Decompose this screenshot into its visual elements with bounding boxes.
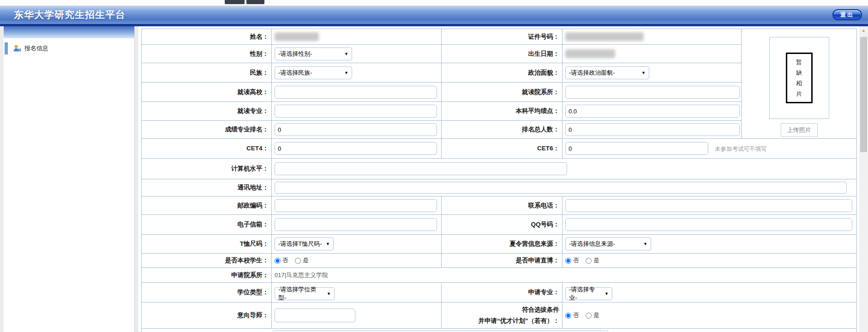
rank-total-input[interactable] xyxy=(565,123,740,136)
apply-major-label: 申请专业： xyxy=(442,283,563,302)
sidebar: 报名信息 xyxy=(0,26,138,332)
application-window: 东华大学研究生招生平台 退出 报名信息 xyxy=(0,0,868,332)
registration-form-table: 姓名： 证件号码： 暂 缺 相 片 上传照片 xyxy=(141,29,857,332)
direct-phd-no-radio[interactable] xyxy=(565,258,571,264)
direct-phd-label: 是否申请直博： xyxy=(442,254,563,268)
phone-label: 联系电话： xyxy=(442,196,563,215)
major-rank-label: 成绩专业排名： xyxy=(142,121,272,139)
radio-yes-label: 是 xyxy=(593,311,599,320)
direct-phd-yes-radio[interactable] xyxy=(586,258,592,264)
ethnicity-select-value: -请选择民族- xyxy=(278,69,312,77)
photo-placeholder-char: 片 xyxy=(796,89,802,99)
current-major-label: 就读专业： xyxy=(142,102,272,121)
local-student-no-radio[interactable] xyxy=(275,258,281,264)
upload-photo-button[interactable]: 上传照片 xyxy=(781,123,818,137)
radio-no-label: 否 xyxy=(282,256,288,265)
cet6-label: CET6： xyxy=(442,139,563,159)
browser-top-strip xyxy=(0,0,868,6)
tshirt-size-select[interactable]: -请选择T恤尺码- ▼ xyxy=(275,237,334,250)
birth-date-value-redacted xyxy=(565,49,615,58)
apply-major-select[interactable]: -请选择专业- ▼ xyxy=(565,287,612,300)
current-university-input[interactable] xyxy=(275,86,437,99)
qq-label: QQ号码： xyxy=(442,215,563,235)
political-status-select-value: -请选择政治面貌- xyxy=(569,69,615,77)
photo-placeholder-char: 暂 xyxy=(796,57,802,67)
talent-plan-no-radio[interactable] xyxy=(565,313,571,319)
name-value-redacted xyxy=(275,32,319,41)
local-student-radio-group: 否 是 xyxy=(275,256,441,265)
camp-source-select[interactable]: -请选择信息来源- ▼ xyxy=(565,237,651,250)
talent-plan-label-line2: 并申请“优才计划”（若有）： xyxy=(479,317,560,324)
gpa-input[interactable] xyxy=(565,105,740,118)
chevron-down-icon: ▼ xyxy=(344,52,348,56)
apply-department-value: 017|马克思主义学院 xyxy=(275,272,328,279)
political-status-select[interactable]: -请选择政治面貌- ▼ xyxy=(565,66,649,79)
rank-total-label: 排名总人数： xyxy=(442,121,563,139)
email-label: 电子信箱： xyxy=(142,215,272,235)
local-student-yes-radio[interactable] xyxy=(295,258,301,264)
sidebar-item-registration-info[interactable]: 报名信息 xyxy=(4,38,134,59)
ethnicity-select[interactable]: -请选择民族- ▼ xyxy=(275,66,352,79)
phone-input[interactable] xyxy=(565,199,852,212)
talent-plan-yes-radio[interactable] xyxy=(586,313,592,319)
email-input[interactable] xyxy=(275,218,437,231)
main-panel: 姓名： 证件号码： 暂 缺 相 片 上传照片 xyxy=(138,26,859,332)
radio-yes-label: 是 xyxy=(593,256,599,265)
person-icon xyxy=(13,45,21,52)
id-number-value-redacted xyxy=(565,32,644,41)
sidebar-item-label: 报名信息 xyxy=(24,44,48,53)
sidebar-header-gradient xyxy=(4,26,134,38)
cet4-label: CET4： xyxy=(142,139,272,159)
mailing-address-input[interactable] xyxy=(275,182,847,194)
scrollbar-thumb[interactable] xyxy=(860,37,867,152)
mailing-address-label: 通讯地址： xyxy=(142,179,272,196)
postcode-input[interactable] xyxy=(275,199,437,212)
camp-source-select-value: -请选择信息来源- xyxy=(569,240,615,248)
computer-skill-input[interactable] xyxy=(275,162,567,175)
top-tab-fragment xyxy=(225,0,245,4)
radio-yes-label: 是 xyxy=(303,256,309,265)
apply-department-label: 申请院系所： xyxy=(142,268,272,283)
degree-type-label: 学位类型： xyxy=(142,283,272,302)
logout-button[interactable]: 退出 xyxy=(832,9,862,20)
radio-no-label: 否 xyxy=(573,256,579,265)
major-rank-input[interactable] xyxy=(275,123,437,136)
radio-no-label: 否 xyxy=(573,311,579,320)
birth-date-label: 出生日期： xyxy=(442,45,563,63)
chevron-down-icon: ▼ xyxy=(605,291,609,296)
photo-placeholder-char: 相 xyxy=(796,78,802,89)
cet4-input[interactable] xyxy=(275,142,437,155)
talent-plan-label-line1: 符合选拔条件 xyxy=(442,306,559,314)
gpa-label: 本科平均绩点： xyxy=(442,102,563,121)
chevron-down-icon: ▼ xyxy=(643,242,647,246)
page-title: 东华大学研究生招生平台 xyxy=(0,6,868,24)
chevron-down-icon: ▼ xyxy=(326,242,330,246)
current-department-input[interactable] xyxy=(565,86,740,99)
direct-phd-radio-group: 否 是 xyxy=(565,256,856,265)
gender-select[interactable]: -请选择性别- ▼ xyxy=(275,47,352,60)
advisor-input[interactable] xyxy=(275,308,355,322)
ethnicity-label: 民族： xyxy=(142,63,272,83)
id-number-label: 证件号码： xyxy=(442,29,563,45)
camp-source-label: 夏令营信息来源： xyxy=(442,235,563,254)
chevron-down-icon: ▼ xyxy=(641,71,646,75)
chevron-down-icon: ▼ xyxy=(344,71,348,75)
cet6-input[interactable] xyxy=(565,142,708,155)
tshirt-size-label: T恤尺码： xyxy=(142,235,272,254)
current-major-input[interactable] xyxy=(275,105,437,118)
gender-select-value: -请选择性别- xyxy=(278,50,312,58)
local-student-label: 是否本校学生： xyxy=(142,254,272,268)
degree-type-select[interactable]: -请选择学位类型- ▼ xyxy=(275,287,335,300)
photo-placeholder-char: 缺 xyxy=(796,67,802,78)
name-label: 姓名： xyxy=(142,29,272,45)
qq-input[interactable] xyxy=(565,218,852,231)
scrollbar-up-arrow[interactable]: ▲ xyxy=(859,26,868,34)
postcode-label: 邮政编码： xyxy=(142,196,272,215)
chevron-down-icon: ▼ xyxy=(327,291,331,296)
advisor-label: 意向导师： xyxy=(142,302,272,329)
app-header: 东华大学研究生招生平台 退出 xyxy=(0,6,868,24)
apply-major-select-value: -请选择专业- xyxy=(569,285,601,302)
vertical-scrollbar[interactable]: ▲ xyxy=(859,26,868,332)
talent-plan-label: 符合选拔条件 并申请“优才计划”（若有）： xyxy=(442,302,563,329)
photo-frame: 暂 缺 相 片 xyxy=(769,37,829,119)
